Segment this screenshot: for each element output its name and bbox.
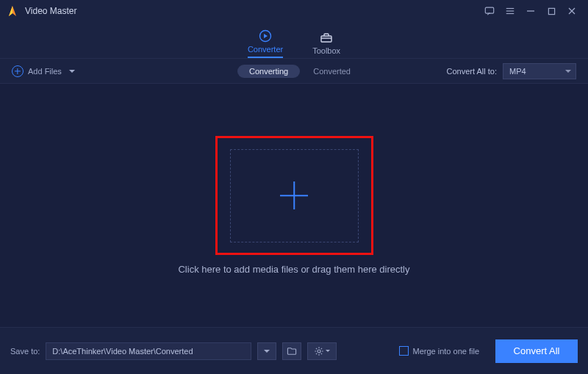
save-to-label: Save to: (10, 347, 40, 356)
dashed-box (230, 149, 359, 242)
main-tabs: Converter Toolbox (0, 22, 588, 59)
save-path-input[interactable] (46, 342, 251, 360)
convert-all-button[interactable]: Convert All (495, 339, 578, 363)
status-segment: Converting Converted (237, 65, 351, 78)
maximize-icon[interactable] (541, 1, 562, 21)
segment-converted[interactable]: Converted (313, 67, 351, 76)
segment-converting[interactable]: Converting (237, 65, 300, 78)
chevron-down-icon (264, 350, 270, 353)
gear-icon (314, 346, 324, 356)
plus-circle-icon (12, 65, 24, 77)
drop-stage: Click here to add media files or drag th… (0, 84, 588, 327)
convert-all-to-label: Convert All to: (447, 67, 497, 76)
save-path-dropdown[interactable] (257, 342, 276, 360)
chevron-down-icon (565, 70, 571, 73)
add-files-button[interactable]: Add Files (12, 65, 75, 77)
subbar: Add Files Converting Converted Convert A… (0, 59, 588, 84)
svg-point-11 (318, 349, 320, 352)
app-logo-icon (6, 4, 19, 18)
open-folder-button[interactable] (282, 342, 301, 360)
svg-rect-9 (321, 36, 331, 42)
close-icon[interactable] (562, 1, 582, 21)
svg-rect-0 (485, 7, 493, 13)
toolbox-icon (319, 30, 334, 45)
converter-icon (258, 29, 273, 43)
merge-checkbox[interactable]: Merge into one file (399, 346, 480, 356)
output-format-value: MP4 (509, 67, 526, 76)
add-files-label: Add Files (28, 67, 62, 76)
settings-button[interactable] (307, 342, 337, 360)
folder-icon (287, 347, 297, 356)
tab-converter[interactable]: Converter (248, 29, 283, 58)
chevron-down-icon (69, 70, 75, 73)
menu-icon[interactable] (500, 1, 520, 21)
merge-label: Merge into one file (413, 347, 480, 356)
tab-toolbox[interactable]: Toolbox (312, 30, 340, 58)
minimize-icon[interactable] (520, 1, 541, 21)
feedback-icon[interactable] (479, 1, 500, 21)
tab-converter-label: Converter (248, 45, 283, 54)
footer-bar: Save to: Merge into one file Convert All (0, 327, 588, 374)
titlebar: Video Master (0, 0, 588, 22)
dropzone-hint: Click here to add media files or drag th… (178, 264, 409, 275)
app-title: Video Master (25, 6, 76, 16)
svg-rect-5 (548, 8, 554, 14)
checkbox-icon (399, 346, 409, 356)
output-format-select[interactable]: MP4 (503, 63, 576, 79)
tab-toolbox-label: Toolbox (312, 46, 340, 55)
plus-icon (280, 181, 308, 209)
add-media-dropzone[interactable] (215, 136, 373, 255)
chevron-down-icon (326, 350, 330, 352)
